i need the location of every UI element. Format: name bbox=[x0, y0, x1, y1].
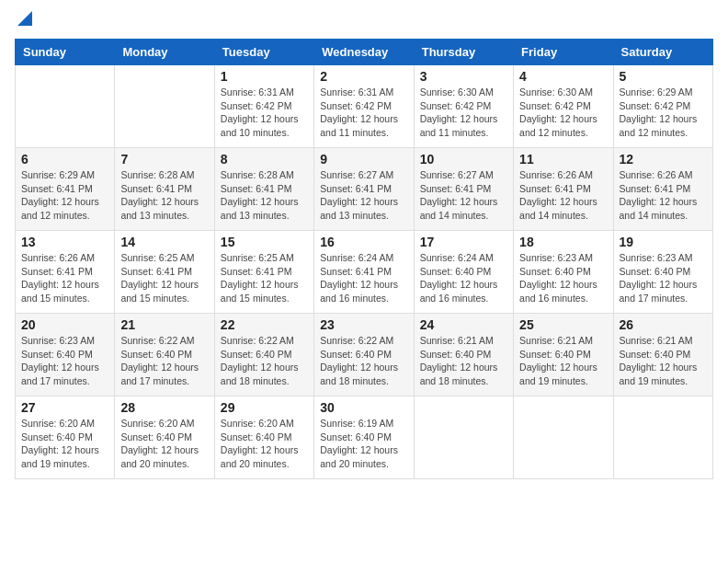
calendar-cell: 17Sunrise: 6:24 AM Sunset: 6:40 PM Dayli… bbox=[414, 231, 513, 314]
calendar-table: SundayMondayTuesdayWednesdayThursdayFrid… bbox=[15, 39, 713, 479]
day-number: 5 bbox=[620, 69, 707, 84]
calendar-header-friday: Friday bbox=[514, 40, 613, 65]
svg-marker-0 bbox=[17, 11, 32, 26]
day-number: 17 bbox=[420, 235, 507, 249]
calendar-cell: 4Sunrise: 6:30 AM Sunset: 6:42 PM Daylig… bbox=[514, 65, 613, 148]
day-info: Sunrise: 6:27 AM Sunset: 6:41 PM Dayligh… bbox=[320, 168, 407, 223]
day-info: Sunrise: 6:30 AM Sunset: 6:42 PM Dayligh… bbox=[420, 86, 507, 140]
day-number: 22 bbox=[221, 317, 308, 332]
day-info: Sunrise: 6:19 AM Sunset: 6:40 PM Dayligh… bbox=[320, 417, 407, 471]
day-number: 4 bbox=[519, 69, 607, 84]
calendar-cell bbox=[414, 396, 513, 479]
calendar-cell: 5Sunrise: 6:29 AM Sunset: 6:42 PM Daylig… bbox=[613, 65, 712, 148]
calendar-header-monday: Monday bbox=[115, 40, 214, 65]
day-info: Sunrise: 6:23 AM Sunset: 6:40 PM Dayligh… bbox=[620, 251, 707, 305]
calendar-header-thursday: Thursday bbox=[414, 40, 513, 65]
day-number: 13 bbox=[21, 235, 108, 249]
day-info: Sunrise: 6:26 AM Sunset: 6:41 PM Dayligh… bbox=[620, 168, 707, 223]
day-info: Sunrise: 6:21 AM Sunset: 6:40 PM Dayligh… bbox=[420, 334, 507, 388]
calendar-cell: 20Sunrise: 6:23 AM Sunset: 6:40 PM Dayli… bbox=[16, 314, 115, 396]
day-number: 27 bbox=[21, 400, 108, 415]
calendar-cell: 23Sunrise: 6:22 AM Sunset: 6:40 PM Dayli… bbox=[314, 314, 414, 396]
calendar-week-row: 6Sunrise: 6:29 AM Sunset: 6:41 PM Daylig… bbox=[16, 148, 713, 231]
page-header bbox=[15, 15, 713, 28]
day-number: 8 bbox=[221, 152, 308, 167]
day-number: 9 bbox=[320, 152, 407, 167]
calendar-cell bbox=[115, 65, 214, 148]
day-number: 15 bbox=[221, 235, 308, 249]
calendar-cell: 21Sunrise: 6:22 AM Sunset: 6:40 PM Dayli… bbox=[115, 314, 214, 396]
calendar-cell bbox=[514, 396, 613, 479]
day-info: Sunrise: 6:27 AM Sunset: 6:41 PM Dayligh… bbox=[420, 168, 507, 223]
logo-icon bbox=[17, 9, 32, 28]
day-number: 3 bbox=[420, 69, 507, 84]
day-info: Sunrise: 6:28 AM Sunset: 6:41 PM Dayligh… bbox=[120, 168, 208, 223]
calendar-cell bbox=[16, 65, 115, 148]
calendar-cell: 24Sunrise: 6:21 AM Sunset: 6:40 PM Dayli… bbox=[414, 314, 513, 396]
calendar-cell: 3Sunrise: 6:30 AM Sunset: 6:42 PM Daylig… bbox=[414, 65, 513, 148]
day-info: Sunrise: 6:22 AM Sunset: 6:40 PM Dayligh… bbox=[120, 334, 208, 388]
day-info: Sunrise: 6:20 AM Sunset: 6:40 PM Dayligh… bbox=[120, 417, 208, 471]
day-info: Sunrise: 6:26 AM Sunset: 6:41 PM Dayligh… bbox=[21, 251, 108, 305]
day-info: Sunrise: 6:21 AM Sunset: 6:40 PM Dayligh… bbox=[620, 334, 707, 388]
day-info: Sunrise: 6:22 AM Sunset: 6:40 PM Dayligh… bbox=[320, 334, 407, 388]
calendar-cell: 2Sunrise: 6:31 AM Sunset: 6:42 PM Daylig… bbox=[314, 65, 414, 148]
day-info: Sunrise: 6:28 AM Sunset: 6:41 PM Dayligh… bbox=[221, 168, 308, 223]
logo bbox=[15, 15, 32, 28]
day-number: 23 bbox=[320, 317, 407, 332]
calendar-cell: 12Sunrise: 6:26 AM Sunset: 6:41 PM Dayli… bbox=[613, 148, 712, 231]
calendar-cell: 11Sunrise: 6:26 AM Sunset: 6:41 PM Dayli… bbox=[514, 148, 613, 231]
day-info: Sunrise: 6:26 AM Sunset: 6:41 PM Dayligh… bbox=[519, 168, 607, 223]
day-info: Sunrise: 6:25 AM Sunset: 6:41 PM Dayligh… bbox=[221, 251, 308, 305]
day-number: 20 bbox=[21, 317, 108, 332]
calendar-cell: 16Sunrise: 6:24 AM Sunset: 6:41 PM Dayli… bbox=[314, 231, 414, 314]
day-info: Sunrise: 6:30 AM Sunset: 6:42 PM Dayligh… bbox=[519, 86, 607, 140]
calendar-week-row: 27Sunrise: 6:20 AM Sunset: 6:40 PM Dayli… bbox=[16, 396, 713, 479]
day-number: 10 bbox=[420, 152, 507, 167]
day-info: Sunrise: 6:31 AM Sunset: 6:42 PM Dayligh… bbox=[221, 86, 308, 140]
calendar-cell bbox=[613, 396, 712, 479]
calendar-cell: 30Sunrise: 6:19 AM Sunset: 6:40 PM Dayli… bbox=[314, 396, 414, 479]
day-info: Sunrise: 6:20 AM Sunset: 6:40 PM Dayligh… bbox=[221, 417, 308, 471]
day-number: 11 bbox=[519, 152, 607, 167]
day-number: 6 bbox=[21, 152, 108, 167]
calendar-cell: 10Sunrise: 6:27 AM Sunset: 6:41 PM Dayli… bbox=[414, 148, 513, 231]
calendar-cell: 6Sunrise: 6:29 AM Sunset: 6:41 PM Daylig… bbox=[16, 148, 115, 231]
day-number: 28 bbox=[120, 400, 208, 415]
calendar-cell: 28Sunrise: 6:20 AM Sunset: 6:40 PM Dayli… bbox=[115, 396, 214, 479]
day-number: 26 bbox=[620, 317, 707, 332]
day-info: Sunrise: 6:24 AM Sunset: 6:40 PM Dayligh… bbox=[420, 251, 507, 305]
calendar-header-row: SundayMondayTuesdayWednesdayThursdayFrid… bbox=[16, 40, 713, 65]
calendar-cell: 27Sunrise: 6:20 AM Sunset: 6:40 PM Dayli… bbox=[16, 396, 115, 479]
calendar-cell: 15Sunrise: 6:25 AM Sunset: 6:41 PM Dayli… bbox=[214, 231, 313, 314]
day-info: Sunrise: 6:29 AM Sunset: 6:41 PM Dayligh… bbox=[21, 168, 108, 223]
calendar-cell: 7Sunrise: 6:28 AM Sunset: 6:41 PM Daylig… bbox=[115, 148, 214, 231]
calendar-cell: 9Sunrise: 6:27 AM Sunset: 6:41 PM Daylig… bbox=[314, 148, 414, 231]
calendar-cell: 29Sunrise: 6:20 AM Sunset: 6:40 PM Dayli… bbox=[214, 396, 313, 479]
day-number: 14 bbox=[120, 235, 208, 249]
calendar-cell: 8Sunrise: 6:28 AM Sunset: 6:41 PM Daylig… bbox=[214, 148, 313, 231]
day-number: 19 bbox=[620, 235, 707, 249]
day-number: 29 bbox=[221, 400, 308, 415]
calendar-header-sunday: Sunday bbox=[16, 40, 115, 65]
day-number: 2 bbox=[320, 69, 407, 84]
day-number: 18 bbox=[519, 235, 607, 249]
calendar-cell: 25Sunrise: 6:21 AM Sunset: 6:40 PM Dayli… bbox=[514, 314, 613, 396]
day-info: Sunrise: 6:29 AM Sunset: 6:42 PM Dayligh… bbox=[620, 86, 707, 140]
calendar-week-row: 1Sunrise: 6:31 AM Sunset: 6:42 PM Daylig… bbox=[16, 65, 713, 148]
day-number: 24 bbox=[420, 317, 507, 332]
day-info: Sunrise: 6:20 AM Sunset: 6:40 PM Dayligh… bbox=[21, 417, 108, 471]
calendar-week-row: 13Sunrise: 6:26 AM Sunset: 6:41 PM Dayli… bbox=[16, 231, 713, 314]
calendar-cell: 19Sunrise: 6:23 AM Sunset: 6:40 PM Dayli… bbox=[613, 231, 712, 314]
calendar-week-row: 20Sunrise: 6:23 AM Sunset: 6:40 PM Dayli… bbox=[16, 314, 713, 396]
day-number: 21 bbox=[120, 317, 208, 332]
day-number: 7 bbox=[120, 152, 208, 167]
calendar-cell: 22Sunrise: 6:22 AM Sunset: 6:40 PM Dayli… bbox=[214, 314, 313, 396]
calendar-header-wednesday: Wednesday bbox=[314, 40, 414, 65]
day-info: Sunrise: 6:31 AM Sunset: 6:42 PM Dayligh… bbox=[320, 86, 407, 140]
day-number: 16 bbox=[320, 235, 407, 249]
calendar-header-saturday: Saturday bbox=[613, 40, 712, 65]
day-info: Sunrise: 6:21 AM Sunset: 6:40 PM Dayligh… bbox=[519, 334, 607, 388]
calendar-header-tuesday: Tuesday bbox=[214, 40, 313, 65]
calendar-cell: 13Sunrise: 6:26 AM Sunset: 6:41 PM Dayli… bbox=[16, 231, 115, 314]
